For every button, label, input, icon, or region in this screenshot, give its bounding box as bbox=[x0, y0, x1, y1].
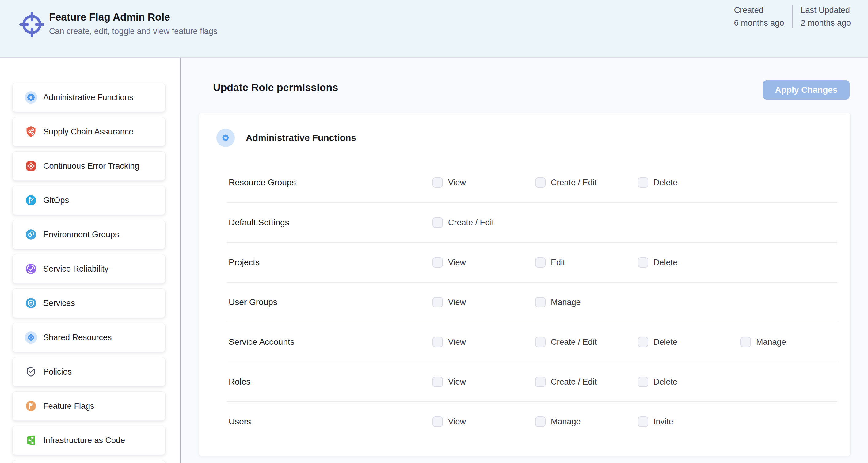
permission-option[interactable]: View bbox=[432, 257, 535, 268]
resource-name: Resource Groups bbox=[226, 177, 432, 188]
shield-network-icon bbox=[25, 126, 37, 138]
checkbox[interactable] bbox=[432, 337, 443, 347]
permission-label: View bbox=[448, 337, 466, 347]
checkbox[interactable] bbox=[741, 337, 751, 347]
checkbox[interactable] bbox=[432, 297, 443, 307]
permission-row: ProjectsViewEditDelete bbox=[226, 242, 837, 282]
permission-label: Create / Edit bbox=[448, 218, 494, 228]
permission-option[interactable]: Delete bbox=[638, 257, 741, 268]
resource-name: Users bbox=[226, 417, 432, 427]
shared-cube-icon bbox=[25, 331, 37, 343]
permission-option[interactable]: Create / Edit bbox=[535, 377, 638, 387]
checkbox[interactable] bbox=[432, 177, 443, 188]
permission-option[interactable]: View bbox=[432, 297, 535, 307]
git-branch-icon bbox=[25, 194, 37, 206]
checkbox[interactable] bbox=[638, 257, 648, 268]
created-label: Created bbox=[734, 4, 784, 16]
permission-option[interactable]: Delete bbox=[638, 177, 741, 188]
modules-sidebar: Administrative FunctionsSupply Chain Ass… bbox=[0, 58, 180, 463]
checkbox[interactable] bbox=[638, 377, 648, 387]
sidebar-item-policies[interactable]: Policies bbox=[12, 357, 165, 387]
checkbox[interactable] bbox=[638, 417, 648, 427]
resource-name: Default Settings bbox=[226, 218, 432, 228]
permission-label: View bbox=[448, 178, 466, 188]
last-updated-block: Last Updated 2 months ago bbox=[801, 4, 851, 29]
checkbox[interactable] bbox=[535, 297, 546, 307]
checkbox[interactable] bbox=[535, 377, 546, 387]
permission-row: User GroupsViewManage bbox=[226, 282, 837, 322]
meta-divider bbox=[792, 5, 793, 28]
sidebar-item-label: Infrastructure as Code bbox=[43, 436, 125, 445]
permission-row: Resource GroupsViewCreate / EditDelete bbox=[226, 163, 837, 202]
checkbox[interactable] bbox=[535, 417, 546, 427]
reliability-check-icon bbox=[25, 263, 37, 275]
sidebar-item-label: Services bbox=[43, 299, 75, 308]
sidebar-item-gitops[interactable]: GitOps bbox=[12, 186, 165, 215]
gear-icon bbox=[216, 129, 235, 147]
permission-rows: Resource GroupsViewCreate / EditDeleteDe… bbox=[199, 163, 850, 441]
permission-option[interactable]: View bbox=[432, 337, 535, 347]
checkbox[interactable] bbox=[432, 377, 443, 387]
hexagon-nut-icon bbox=[25, 297, 37, 309]
sidebar-item-label: Policies bbox=[43, 367, 72, 377]
hexagons-icon bbox=[25, 228, 37, 241]
permission-option[interactable]: Delete bbox=[638, 337, 741, 347]
resource-name: Roles bbox=[226, 377, 432, 387]
sidebar-item-services[interactable]: Services bbox=[12, 289, 165, 318]
created-block: Created 6 months ago bbox=[734, 4, 784, 29]
sidebar-item-feature-flags[interactable]: Feature Flags bbox=[12, 391, 165, 421]
sidebar-item-partial[interactable] bbox=[12, 460, 165, 463]
permission-option[interactable]: View bbox=[432, 177, 535, 188]
permission-label: View bbox=[448, 377, 466, 387]
sidebar-item-shared-resources[interactable]: Shared Resources bbox=[12, 323, 165, 352]
permission-option[interactable]: Create / Edit bbox=[535, 177, 638, 188]
sidebar-item-administrative-functions[interactable]: Administrative Functions bbox=[12, 83, 165, 112]
checkbox[interactable] bbox=[432, 257, 443, 268]
checkbox[interactable] bbox=[535, 257, 546, 268]
permissions-group-title: Administrative Functions bbox=[246, 133, 356, 143]
permission-option[interactable]: Create / Edit bbox=[535, 337, 638, 347]
checkbox[interactable] bbox=[432, 417, 443, 427]
permission-option[interactable]: View bbox=[432, 377, 535, 387]
checkbox[interactable] bbox=[535, 177, 546, 188]
last-updated-label: Last Updated bbox=[801, 4, 851, 16]
sidebar-item-service-reliability[interactable]: Service Reliability bbox=[12, 254, 165, 284]
sidebar-item-label: Administrative Functions bbox=[43, 93, 133, 102]
section-heading: Update Role permissions bbox=[213, 81, 338, 93]
checkbox[interactable] bbox=[432, 218, 443, 228]
permission-label: Delete bbox=[653, 178, 677, 188]
permission-label: Manage bbox=[551, 417, 581, 427]
permission-option[interactable]: Manage bbox=[535, 297, 638, 307]
permission-label: Delete bbox=[653, 337, 677, 347]
permission-label: Delete bbox=[653, 258, 677, 267]
permission-option[interactable]: Manage bbox=[741, 337, 843, 347]
sidebar-item-infrastructure-as-code[interactable]: Infrastructure as Code bbox=[12, 426, 165, 455]
flag-icon bbox=[25, 400, 37, 412]
permission-option[interactable]: Invite bbox=[638, 417, 741, 427]
sidebar-item-continuous-error-tracking[interactable]: Continuous Error Tracking bbox=[12, 151, 165, 181]
sidebar-item-label: GitOps bbox=[43, 196, 69, 205]
sidebar-item-environment-groups[interactable]: Environment Groups bbox=[12, 220, 165, 249]
flowchart-icon bbox=[25, 434, 37, 447]
permission-option[interactable]: Delete bbox=[638, 377, 741, 387]
sidebar-item-label: Environment Groups bbox=[43, 230, 119, 239]
permission-row: UsersViewManageInvite bbox=[226, 401, 837, 441]
created-value: 6 months ago bbox=[734, 16, 784, 29]
sidebar-item-supply-chain-assurance[interactable]: Supply Chain Assurance bbox=[12, 117, 165, 146]
permission-row: RolesViewCreate / EditDelete bbox=[226, 362, 837, 401]
permission-label: Create / Edit bbox=[551, 337, 597, 347]
permission-option[interactable]: Edit bbox=[535, 257, 638, 268]
permissions-panel-header: Administrative Functions bbox=[199, 113, 850, 163]
checkbox[interactable] bbox=[638, 177, 648, 188]
permission-label: View bbox=[448, 417, 466, 427]
checkbox[interactable] bbox=[638, 337, 648, 347]
checkbox[interactable] bbox=[535, 337, 546, 347]
permission-option[interactable]: Manage bbox=[535, 417, 638, 427]
sidebar-item-label: Service Reliability bbox=[43, 264, 108, 274]
permission-option[interactable]: View bbox=[432, 417, 535, 427]
resource-name: Projects bbox=[226, 258, 432, 267]
permission-label: Invite bbox=[653, 417, 673, 427]
crosshair-icon bbox=[16, 8, 48, 40]
apply-changes-button[interactable]: Apply Changes bbox=[763, 80, 849, 100]
permission-option[interactable]: Create / Edit bbox=[432, 218, 535, 228]
